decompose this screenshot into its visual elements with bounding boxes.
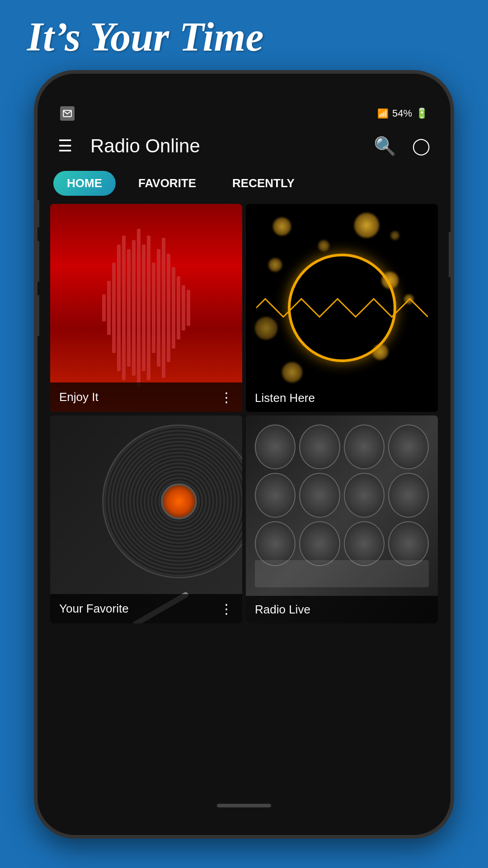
knob-8 bbox=[388, 473, 429, 518]
card-3-label: Your Favorite ⋮ bbox=[50, 594, 242, 623]
status-right: 📶 54% 🔋 bbox=[377, 108, 428, 119]
tab-home[interactable]: HOME bbox=[53, 171, 116, 196]
knob-7 bbox=[344, 473, 385, 518]
tab-bar: HOME FAVORITE RECENTLY bbox=[47, 166, 441, 200]
page-header: It’s Your Time bbox=[27, 14, 263, 60]
card-3-title: Your Favorite bbox=[59, 602, 129, 616]
tab-recently[interactable]: RECENTLY bbox=[219, 171, 308, 196]
sine-wave bbox=[256, 294, 428, 321]
bokeh-visual bbox=[246, 204, 438, 412]
knob-3 bbox=[344, 425, 385, 469]
radio-card-your-favorite[interactable]: Your Favorite ⋮ bbox=[50, 415, 242, 623]
vinyl-center bbox=[161, 483, 197, 519]
card-4-label: Radio Live bbox=[246, 596, 438, 623]
notch bbox=[194, 101, 294, 119]
status-left bbox=[60, 106, 75, 121]
knob-1 bbox=[255, 425, 296, 469]
mute-button bbox=[34, 200, 39, 227]
card-2-label: Listen Here bbox=[246, 384, 438, 412]
knob-2 bbox=[299, 425, 340, 469]
power-button bbox=[449, 232, 454, 277]
card-2-title: Listen Here bbox=[255, 391, 315, 405]
bottom-bar bbox=[47, 794, 441, 817]
radio-card-enjoy-it[interactable]: Enjoy It ⋮ bbox=[50, 204, 242, 412]
battery-icon: 🔋 bbox=[416, 108, 428, 119]
waveform-visual bbox=[50, 204, 242, 412]
knob-12 bbox=[388, 521, 429, 566]
app-title: Radio Online bbox=[90, 135, 365, 157]
search-icon[interactable]: 🔍 bbox=[374, 136, 396, 157]
knob-11 bbox=[344, 521, 385, 566]
card-1-label: Enjoy It ⋮ bbox=[50, 382, 242, 412]
radio-grid: Enjoy It ⋮ bbox=[47, 200, 441, 627]
battery-percent: 54% bbox=[392, 108, 412, 119]
card-3-menu[interactable]: ⋮ bbox=[220, 601, 233, 617]
volume-up-button bbox=[34, 241, 39, 282]
more-options-icon[interactable]: ◯ bbox=[412, 137, 430, 156]
radio-card-listen-here[interactable]: Listen Here bbox=[246, 204, 438, 412]
card-4-title: Radio Live bbox=[255, 603, 310, 617]
notification-icon bbox=[60, 106, 75, 121]
knob-4 bbox=[388, 425, 429, 469]
fader-area bbox=[255, 560, 429, 587]
knob-9 bbox=[255, 521, 296, 566]
mixer-knobs bbox=[246, 415, 438, 623]
phone-screen: 📶 54% 🔋 ☰ Radio Online 🔍 ◯ HOME FAVORITE… bbox=[47, 101, 441, 817]
knob-6 bbox=[299, 473, 340, 518]
radio-card-radio-live[interactable]: Radio Live bbox=[246, 415, 438, 623]
knob-10 bbox=[299, 521, 340, 566]
volume-down-button bbox=[34, 295, 39, 336]
app-header: ☰ Radio Online 🔍 ◯ bbox=[47, 126, 441, 166]
phone-frame: 📶 54% 🔋 ☰ Radio Online 🔍 ◯ HOME FAVORITE… bbox=[34, 70, 454, 839]
home-indicator bbox=[217, 804, 271, 807]
tab-favorite[interactable]: FAVORITE bbox=[125, 171, 210, 196]
card-1-menu[interactable]: ⋮ bbox=[220, 389, 233, 405]
hamburger-icon[interactable]: ☰ bbox=[58, 137, 72, 156]
card-1-title: Enjoy It bbox=[59, 390, 99, 404]
knob-5 bbox=[255, 473, 296, 518]
signal-icon: 📶 bbox=[377, 108, 389, 119]
